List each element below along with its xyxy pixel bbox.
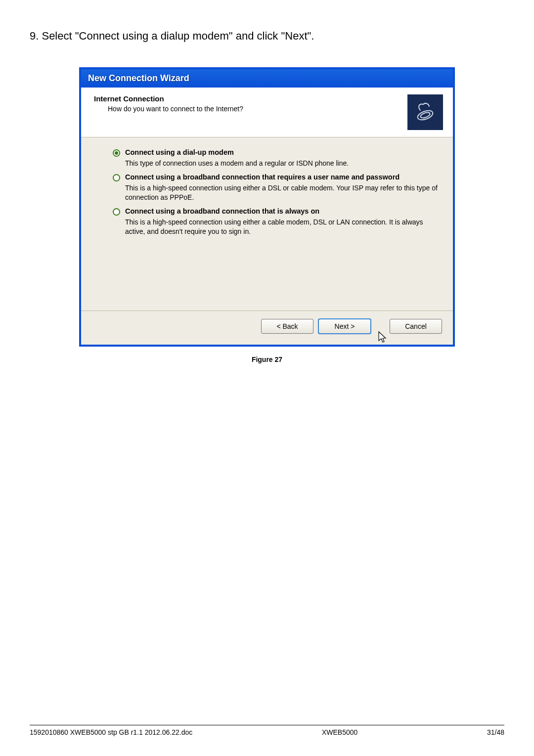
option-broadband-always-desc: This is a high-speed connection using ei… — [125, 218, 441, 236]
wizard-window: New Connection Wizard Internet Connectio… — [79, 67, 455, 347]
footer-left: 1592010860 XWEB5000 stp GB r1.1 2012.06.… — [30, 728, 192, 736]
radio-dialup[interactable] — [113, 149, 120, 157]
wizard-header-title: Internet Connection — [94, 94, 407, 103]
option-broadband-always-label: Connect using a broadband connection tha… — [125, 207, 319, 215]
next-button[interactable]: Next > — [318, 319, 371, 334]
cancel-button[interactable]: Cancel — [390, 319, 442, 334]
cursor-icon — [378, 331, 388, 344]
wizard-footer: < Back Next > Cancel — [81, 311, 453, 345]
wizard-body: Connect using a dial-up modem This type … — [81, 137, 453, 311]
footer-right: 31/48 — [487, 728, 504, 736]
wizard-header-subtitle: How do you want to connect to the Intern… — [94, 105, 407, 113]
modem-icon — [407, 94, 443, 130]
radio-broadband-always[interactable] — [113, 208, 120, 216]
window-title-bar: New Connection Wizard — [81, 69, 453, 88]
radio-broadband-auth[interactable] — [113, 174, 120, 181]
page-footer: 1592010860 XWEB5000 stp GB r1.1 2012.06.… — [30, 725, 504, 736]
svg-point-0 — [416, 109, 434, 122]
option-dialup-label: Connect using a dial-up modem — [125, 148, 234, 156]
option-broadband-auth-label: Connect using a broadband connection tha… — [125, 173, 400, 181]
option-broadband-always[interactable]: Connect using a broadband connection tha… — [113, 207, 441, 236]
option-dialup[interactable]: Connect using a dial-up modem This type … — [113, 148, 441, 168]
option-broadband-auth-desc: This is a high-speed connection using ei… — [125, 183, 441, 202]
wizard-header: Internet Connection How do you want to c… — [81, 88, 453, 137]
option-dialup-desc: This type of connection uses a modem and… — [125, 159, 441, 168]
footer-center: XWEB5000 — [322, 728, 357, 736]
back-button[interactable]: < Back — [261, 319, 313, 334]
step-instruction: 9. Select "Connect using a dialup modem"… — [30, 30, 504, 43]
option-broadband-auth[interactable]: Connect using a broadband connection tha… — [113, 173, 441, 202]
figure-caption: Figure 27 — [30, 356, 504, 363]
